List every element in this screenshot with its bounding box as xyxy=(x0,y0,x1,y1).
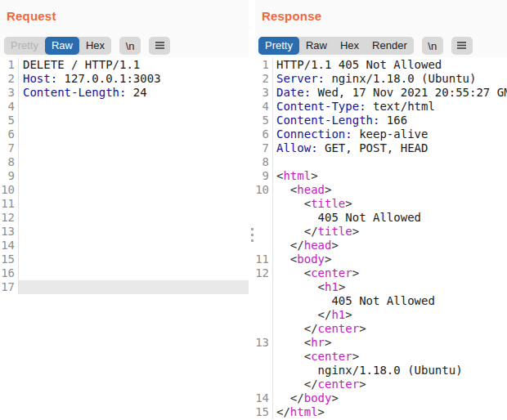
line-number: 15 xyxy=(0,252,19,266)
code-text: Content-Type: text/html xyxy=(273,100,507,114)
code-line: 15</html> xyxy=(255,405,507,419)
code-line: </h1> xyxy=(255,308,507,322)
line-number xyxy=(255,239,273,252)
code-text xyxy=(19,114,250,127)
panel-splitter[interactable] xyxy=(249,0,255,420)
code-line: 405 Not Allowed xyxy=(255,211,507,225)
code-text: Connection: keep-alive xyxy=(273,127,507,141)
line-number: 13 xyxy=(0,225,19,239)
code-text: <center> xyxy=(273,266,507,280)
code-line: 11 <body> xyxy=(255,252,507,266)
line-number: 7 xyxy=(0,141,19,155)
code-text: </center> xyxy=(273,322,507,336)
request-tab-group: PrettyRawHex xyxy=(4,37,111,55)
line-number: 6 xyxy=(0,127,19,141)
tab-raw[interactable]: Raw xyxy=(45,37,79,55)
line-number xyxy=(255,294,273,308)
line-number: 12 xyxy=(255,266,273,280)
code-text xyxy=(19,266,250,280)
code-text: Content-Length: 24 xyxy=(19,86,250,100)
tab-pretty[interactable]: Pretty xyxy=(258,37,299,55)
line-number: 17 xyxy=(0,280,19,294)
request-editor[interactable]: 1DELETE / HTTP/1.12Host: 127.0.0.1:30033… xyxy=(0,58,250,420)
code-line: </center> xyxy=(255,378,507,391)
line-number xyxy=(255,280,273,294)
code-text xyxy=(19,252,250,266)
request-panel: Request PrettyRawHex \n 1DELETE / HTTP/1… xyxy=(0,0,250,420)
response-title: Response xyxy=(262,9,321,23)
line-number: 6 xyxy=(255,127,273,141)
hamburger-menu-icon xyxy=(155,40,165,52)
code-text xyxy=(19,225,250,239)
response-newline-toggle-button[interactable]: \n xyxy=(422,37,443,55)
line-number: 8 xyxy=(0,155,19,169)
line-number: 11 xyxy=(0,197,19,211)
request-newline-toggle-button[interactable]: \n xyxy=(119,37,141,55)
code-text xyxy=(19,127,250,141)
code-line: 1DELETE / HTTP/1.1 xyxy=(0,58,250,72)
code-text xyxy=(19,211,250,225)
code-text: <html> xyxy=(273,169,507,183)
current-line xyxy=(19,280,250,294)
line-number: 14 xyxy=(255,391,273,405)
code-text xyxy=(19,169,250,183)
code-line: </center> xyxy=(255,322,507,336)
tab-render[interactable]: Render xyxy=(366,37,414,55)
code-line: 16 xyxy=(0,266,250,280)
code-line: 3Content-Length: 24 xyxy=(0,86,250,100)
request-menu-button[interactable] xyxy=(149,37,170,55)
code-text: 405 Not Allowed xyxy=(273,294,507,308)
tab-raw[interactable]: Raw xyxy=(299,37,334,55)
line-number: 16 xyxy=(0,266,19,280)
tab-hex[interactable]: Hex xyxy=(334,37,366,55)
code-text: <body> xyxy=(273,252,507,266)
code-line: nginx/1.18.0 (Ubuntu) xyxy=(255,364,507,378)
code-text xyxy=(273,155,507,169)
code-line: 9 xyxy=(0,169,250,183)
code-line: 17 xyxy=(0,280,250,294)
code-text: DELETE / HTTP/1.1 xyxy=(19,58,250,72)
code-line: </head> xyxy=(255,239,507,252)
request-title: Request xyxy=(7,9,56,23)
tab-pretty: Pretty xyxy=(4,37,45,55)
line-number: 3 xyxy=(0,86,19,100)
code-text xyxy=(19,239,250,252)
code-line: 7 xyxy=(0,141,250,155)
code-line: 15 xyxy=(0,252,250,266)
response-panel: Response PrettyRawHexRender \n 1HTTP/1.1… xyxy=(255,0,507,420)
line-number: 1 xyxy=(0,58,19,72)
code-text: HTTP/1.1 405 Not Allowed xyxy=(273,58,507,72)
splitter-grip-icon xyxy=(251,228,254,242)
response-menu-button[interactable] xyxy=(451,37,473,55)
code-line: 6 xyxy=(0,127,250,141)
code-line: 13 <hr> xyxy=(255,336,507,350)
response-panel-header: Response PrettyRawHexRender \n xyxy=(255,0,507,57)
code-line: 14 xyxy=(0,239,250,252)
line-number xyxy=(255,350,273,364)
code-line: 3Date: Wed, 17 Nov 2021 20:55:27 GMT xyxy=(255,86,507,100)
code-text: </html> xyxy=(273,405,507,419)
request-panel-header: Request PrettyRawHex \n xyxy=(0,0,250,57)
code-line: 1HTTP/1.1 405 Not Allowed xyxy=(255,58,507,72)
code-text: <center> xyxy=(273,350,507,364)
line-number xyxy=(255,322,273,336)
line-number: 12 xyxy=(0,211,19,225)
code-text: 405 Not Allowed xyxy=(273,211,507,225)
line-number: 14 xyxy=(0,239,19,252)
line-number: 5 xyxy=(255,114,273,127)
code-text xyxy=(19,155,250,169)
code-text xyxy=(19,141,250,155)
tab-hex[interactable]: Hex xyxy=(79,37,111,55)
code-line: 8 xyxy=(255,155,507,169)
hamburger-menu-icon xyxy=(456,40,467,52)
code-text xyxy=(19,197,250,211)
code-line: 2Server: nginx/1.18.0 (Ubuntu) xyxy=(255,72,507,86)
line-number: 5 xyxy=(0,114,19,127)
response-editor[interactable]: 1HTTP/1.1 405 Not Allowed2Server: nginx/… xyxy=(255,58,507,420)
code-text: Date: Wed, 17 Nov 2021 20:55:27 GMT xyxy=(273,86,507,100)
code-line: <title> xyxy=(255,197,507,211)
request-tabbar: PrettyRawHex \n xyxy=(4,37,170,55)
code-text: </body> xyxy=(273,391,507,405)
code-line: 5Content-Length: 166 xyxy=(255,114,507,127)
code-text: </title> xyxy=(273,225,507,239)
